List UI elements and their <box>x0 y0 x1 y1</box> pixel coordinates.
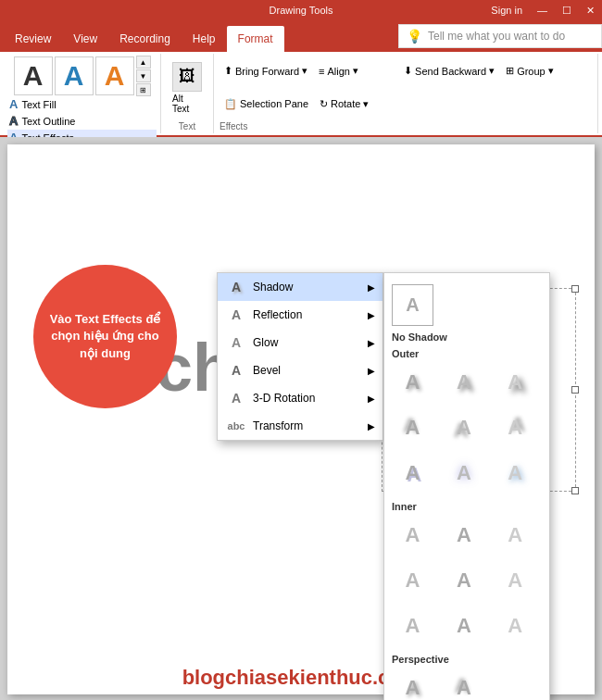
shadow-outer-2[interactable]: A <box>443 361 484 403</box>
shadow-submenu: A No Shadow Outer A A A A A A A A A Inne… <box>383 272 550 700</box>
menu-item-glow[interactable]: A Glow ▶ <box>218 329 383 356</box>
handle-br <box>571 487 579 494</box>
shadow-outer-7[interactable]: A <box>392 452 433 494</box>
menu-item-reflection[interactable]: A Reflection ▶ <box>218 301 383 329</box>
shadow-outer-1[interactable]: A <box>392 361 433 403</box>
perspective-label: Perspective <box>392 652 542 667</box>
shadow-inner-1[interactable]: A <box>392 514 433 556</box>
minimize-button[interactable]: — <box>530 5 555 17</box>
shadow-inner-3[interactable]: A <box>495 514 536 556</box>
shadow-inner-7[interactable]: A <box>392 605 433 646</box>
expand-arrow[interactable]: ⊞ <box>136 83 151 96</box>
shadow-perspective-1[interactable]: A <box>392 667 433 700</box>
tab-help[interactable]: Help <box>182 26 227 52</box>
send-backward-button[interactable]: ⬇ Send Backward ▾ <box>399 56 499 87</box>
alt-text-label: Alt Text <box>172 94 202 114</box>
3d-rotation-arrow-icon: ▶ <box>368 394 375 404</box>
bevel-menu-icon: A <box>227 361 245 380</box>
transform-arrow-icon: ▶ <box>368 421 375 431</box>
info-bubble: Vào Text Effects để chọn hiệu ứng cho nộ… <box>33 265 177 408</box>
reflection-menu-icon: A <box>227 306 245 324</box>
reflection-arrow-icon: ▶ <box>368 310 375 320</box>
bring-forward-arrow: ▾ <box>302 65 307 77</box>
no-shadow-letter: A <box>406 294 419 316</box>
wordart-a-orange[interactable]: A <box>95 56 134 95</box>
shadow-outer-5[interactable]: A <box>443 406 484 448</box>
effects-section-label: Effects <box>219 121 592 131</box>
inner-label: Inner <box>392 499 542 514</box>
no-shadow-item[interactable]: A <box>392 284 433 326</box>
menu-item-shadow[interactable]: A Shadow ▶ <box>218 273 383 301</box>
text-section-label: Text <box>179 121 195 131</box>
no-shadow-section: A <box>392 281 542 330</box>
no-shadow-label: No Shadow <box>392 330 542 344</box>
shadow-inner-5[interactable]: A <box>443 559 484 601</box>
arrange-buttons: ⬆ Bring Forward ▾ ≡ Align ▾ ⬇ Send Backw… <box>219 56 592 119</box>
scroll-up-arrow[interactable]: ▲ <box>136 56 151 69</box>
scroll-down-arrow[interactable]: ▼ <box>136 69 151 82</box>
lightbulb-icon: 💡 <box>407 29 422 44</box>
signin-button[interactable]: Sign in <box>483 5 530 17</box>
shadow-perspective-2[interactable]: A <box>443 667 484 700</box>
shadow-inner-2[interactable]: A <box>443 514 484 556</box>
perspective-shadow-grid: A A <box>392 667 542 700</box>
maximize-button[interactable]: ☐ <box>555 5 579 17</box>
shadow-inner-8[interactable]: A <box>443 605 484 646</box>
shadow-outer-9[interactable]: A <box>495 452 536 494</box>
title-bar-text: Drawing Tools <box>270 5 333 16</box>
bring-forward-icon: ⬆ <box>224 65 232 77</box>
3d-rotation-menu-icon: A <box>227 389 245 407</box>
wordart-a-blue[interactable]: A <box>55 56 94 95</box>
group-button[interactable]: ⊞ Group ▾ <box>501 56 584 87</box>
text-effects-dropdown: A Shadow ▶ A Reflection ▶ A Glow ▶ A Bev… <box>217 272 383 441</box>
alt-text-btn-area: 🖼 Alt Text <box>169 56 206 119</box>
menu-item-bevel[interactable]: A Bevel ▶ <box>218 356 383 384</box>
shadow-outer-3[interactable]: A <box>495 361 536 403</box>
shadow-inner-4[interactable]: A <box>392 559 433 601</box>
outer-shadow-grid: A A A A A A A A A <box>392 361 542 494</box>
glow-arrow-icon: ▶ <box>368 338 375 348</box>
align-button[interactable]: ≡ Align ▾ <box>314 56 397 87</box>
send-backward-icon: ⬇ <box>404 65 412 77</box>
shadow-outer-8[interactable]: A <box>443 452 484 494</box>
wordart-scroll-arrows: ▲ ▼ ⊞ <box>136 56 151 96</box>
shadow-inner-9[interactable]: A <box>495 605 536 646</box>
text-fill-button[interactable]: A Text Fill <box>7 96 157 112</box>
tell-me-input[interactable]: Tell me what you want to do <box>428 30 565 43</box>
text-outline-button[interactable]: A Text Outline <box>7 113 157 129</box>
ribbon-content: A A A ▲ ▼ ⊞ A Text Fill A Text Outline A… <box>0 52 602 137</box>
shadow-menu-icon: A <box>227 278 245 296</box>
glow-menu-icon: A <box>227 333 245 352</box>
shadow-inner-6[interactable]: A <box>495 559 536 601</box>
tab-review[interactable]: Review <box>4 26 62 52</box>
alt-text-icon: 🖼 <box>172 62 202 92</box>
text-fill-icon: A <box>9 97 18 111</box>
tab-format[interactable]: Format <box>227 26 284 52</box>
alt-text-button[interactable]: 🖼 Alt Text <box>169 58 206 118</box>
bevel-arrow-icon: ▶ <box>368 366 375 376</box>
shadow-outer-4[interactable]: A <box>392 406 433 448</box>
title-bar: Drawing Tools Sign in — ☐ ✕ <box>0 0 602 20</box>
menu-item-3d-rotation[interactable]: A 3-D Rotation ▶ <box>218 384 383 412</box>
tab-view[interactable]: View <box>62 26 108 52</box>
wordart-a-dark[interactable]: A <box>14 56 53 95</box>
main-area: Vào Text Effects để chọn hiệu ứng cho nộ… <box>0 137 602 700</box>
text-outline-icon: A <box>9 114 18 128</box>
group-icon: ⊞ <box>506 65 514 77</box>
arrange-section: ⬆ Bring Forward ▾ ≡ Align ▾ ⬇ Send Backw… <box>214 54 598 133</box>
close-button[interactable]: ✕ <box>579 5 602 17</box>
rotate-button[interactable]: ↻ Rotate ▾ <box>315 89 398 120</box>
shadow-outer-6[interactable]: A <box>495 406 536 448</box>
align-icon: ≡ <box>319 66 324 77</box>
tell-me-bar[interactable]: 💡 Tell me what you want to do <box>398 24 602 48</box>
wordart-styles-section: A A A ▲ ▼ ⊞ A Text Fill A Text Outline A… <box>4 54 161 133</box>
handle-mr <box>571 386 579 394</box>
outer-label: Outer <box>392 344 542 361</box>
ribbon-tabs: Review View Recording Help Format 💡 Tell… <box>0 20 602 52</box>
bubble-text: Vào Text Effects để chọn hiệu ứng cho nộ… <box>43 311 168 362</box>
tab-recording[interactable]: Recording <box>108 26 182 52</box>
bring-forward-button[interactable]: ⬆ Bring Forward ▾ <box>219 56 312 87</box>
shadow-arrow-icon: ▶ <box>368 282 375 293</box>
selection-pane-button[interactable]: 📋 Selection Pane <box>219 89 313 120</box>
menu-item-transform[interactable]: abc Transform ▶ <box>218 412 383 440</box>
